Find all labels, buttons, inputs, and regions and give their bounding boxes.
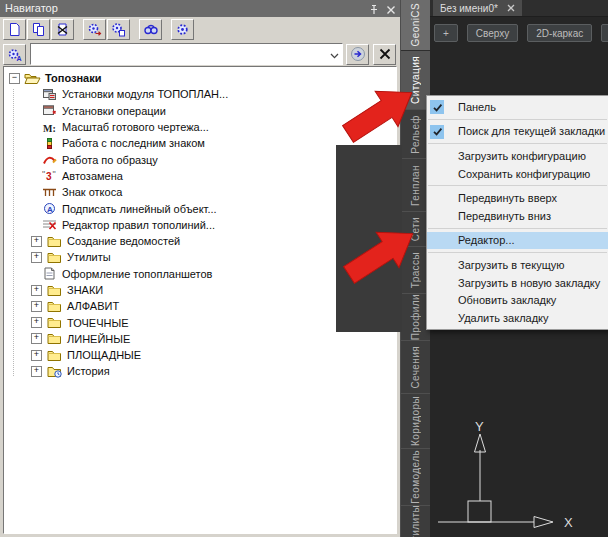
menu-separator: [428, 228, 607, 229]
menu-item[interactable]: Удалить закладку: [427, 309, 608, 327]
navigator-search-row: A: [0, 42, 400, 66]
ucs-y-label: Y: [475, 419, 484, 434]
folder-icon: [46, 348, 63, 362]
menu-item-label: Передвинуть вверх: [458, 192, 557, 204]
run-settings-icon[interactable]: [83, 19, 106, 40]
vertical-tab-label: Генплан: [410, 165, 421, 206]
vertical-tab-геомодель[interactable]: Геомодель: [401, 449, 430, 506]
vertical-tab-label: Коридоры: [410, 396, 421, 446]
search-icon[interactable]: [139, 19, 162, 40]
tree-row[interactable]: Установки операции: [4, 103, 396, 119]
folder-icon: [46, 316, 63, 330]
menu-item[interactable]: Загрузить в новую закладку: [427, 274, 608, 292]
ucs-icon: Y X: [438, 417, 588, 537]
tree-item-label: Топознаки: [45, 72, 101, 84]
new-document-icon[interactable]: [3, 19, 26, 40]
collapse-expander[interactable]: −: [9, 73, 20, 84]
folder-icon: [46, 332, 63, 346]
vertical-tab-label: Профили: [410, 294, 421, 340]
vertical-tab-geonics[interactable]: GeoniCS: [401, 0, 430, 51]
menu-item[interactable]: Редактор...: [427, 232, 608, 250]
label-linear-icon: A: [41, 202, 58, 216]
filter-settings-icon[interactable]: A: [3, 44, 26, 65]
menu-backdrop: [336, 145, 402, 332]
viewport-control[interactable]: +: [434, 24, 458, 42]
vertical-tab-утилиты[interactable]: Утилиты: [401, 506, 430, 537]
document-tab[interactable]: Без имени0*: [433, 0, 522, 16]
expand-expander[interactable]: +: [31, 317, 42, 328]
copy-document-icon[interactable]: [27, 19, 50, 40]
viewport-control[interactable]: --- нет св: [601, 24, 608, 42]
tree-row[interactable]: +ЛИНЕЙНЫЕ: [4, 331, 396, 347]
menu-item[interactable]: Передвинуть вниз: [427, 207, 608, 225]
tree-row[interactable]: Установки модуля ТОПОПЛАН...: [4, 86, 396, 102]
menu-item[interactable]: Поиск для текущей закладки: [427, 123, 608, 141]
expand-expander[interactable]: +: [31, 285, 42, 296]
folder-icon: [46, 234, 63, 248]
expand-expander[interactable]: +: [31, 366, 42, 377]
tab-close-icon[interactable]: [507, 3, 515, 14]
slope-sign-icon: [41, 185, 58, 199]
svg-text:": ": [42, 169, 45, 179]
vertical-tab-коридоры[interactable]: Коридоры: [401, 394, 430, 449]
expand-expander[interactable]: +: [31, 350, 42, 361]
expand-expander[interactable]: +: [31, 333, 42, 344]
menu-item-label: Сохранить конфигурацию: [458, 168, 590, 180]
document-tab-label: Без имени0*: [440, 3, 498, 14]
menu-item[interactable]: Загрузить конфигурацию: [427, 147, 608, 165]
expand-expander[interactable]: +: [31, 252, 42, 263]
viewport-control[interactable]: 2D-каркас: [527, 24, 592, 42]
settings-icon[interactable]: [171, 19, 194, 40]
menu-item-label: Загрузить в новую закладку: [458, 277, 600, 289]
tree-item-label: Оформление топопланшетов: [62, 268, 212, 280]
pin-icon[interactable]: [369, 3, 379, 20]
tree-row[interactable]: M:Масштаб готового чертежа...: [4, 119, 396, 135]
menu-item-label: Обновить закладку: [458, 294, 556, 306]
svg-text:": ": [53, 169, 56, 179]
tree-row[interactable]: −Топознаки: [4, 70, 396, 86]
tree-item-label: Масштаб готового чертежа...: [62, 121, 209, 133]
search-combobox[interactable]: [30, 43, 343, 65]
menu-item-label: Панель: [458, 101, 496, 113]
menu-item[interactable]: Сохранить конфигурацию: [427, 165, 608, 183]
context-menu: ПанельПоиск для текущей закладкиЗагрузит…: [426, 95, 608, 330]
tree-item-label: Создание ведомостей: [67, 235, 180, 247]
menu-item-label: Редактор...: [458, 234, 515, 246]
viewport-control[interactable]: Сверху: [467, 24, 518, 42]
tree-item-label: ЗНАКИ: [67, 284, 103, 296]
tree-item-label: Работа с последним знаком: [62, 137, 205, 149]
menu-separator: [428, 119, 607, 120]
menu-item[interactable]: Передвинуть вверх: [427, 189, 608, 207]
viewport-controls: +Сверху2D-каркас--- нет св: [434, 24, 608, 42]
tree-row[interactable]: +ПЛОЩАДНЫЕ: [4, 347, 396, 363]
last-sign-icon: [41, 136, 58, 150]
vertical-tab-label: Рельеф: [410, 115, 421, 154]
menu-item[interactable]: Загрузить в текущую: [427, 256, 608, 274]
go-button[interactable]: [346, 44, 369, 65]
vertical-tab-сечения[interactable]: Сечения: [401, 341, 430, 394]
tree-item-label: Установки операции: [62, 105, 166, 117]
menu-item[interactable]: Обновить закладку: [427, 291, 608, 309]
clear-button[interactable]: [373, 44, 396, 65]
svg-text:A: A: [17, 55, 22, 62]
folder-open-icon: [24, 71, 41, 85]
rules-editor-icon: [41, 218, 58, 232]
tree-row[interactable]: +История: [4, 363, 396, 379]
chevron-down-icon[interactable]: [330, 45, 339, 63]
close-icon[interactable]: [386, 3, 396, 20]
menu-item[interactable]: Панель: [427, 98, 608, 116]
scale-m-icon: M:: [41, 120, 58, 134]
svg-text:M:: M:: [43, 122, 56, 133]
expand-expander[interactable]: +: [31, 301, 42, 312]
document-tabbar: Без имени0*: [430, 0, 608, 17]
check-icon: [430, 125, 444, 139]
expand-expander[interactable]: +: [31, 236, 42, 247]
save-settings-icon[interactable]: [107, 19, 130, 40]
delete-item-icon[interactable]: [51, 19, 74, 40]
tree-item-label: Редактор правил тополиний...: [62, 219, 215, 231]
tree-item-label: АЛФАВИТ: [67, 300, 119, 312]
history-folder-icon: [46, 364, 63, 378]
navigator-titlebar[interactable]: Навигатор: [0, 0, 400, 17]
vertical-tab-label: Трассы: [410, 252, 421, 288]
menu-separator: [428, 185, 607, 186]
